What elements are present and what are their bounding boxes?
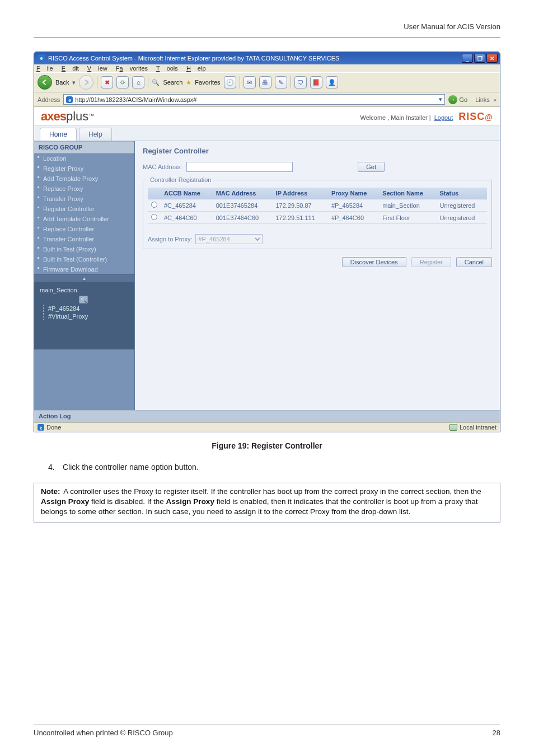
- welcome-text: Welcome , Main Installer |: [360, 114, 431, 121]
- col-section: Section Name: [379, 188, 436, 199]
- favorites-label[interactable]: Favorites: [195, 79, 220, 86]
- note-box: Note: A controller uses the Proxy to reg…: [34, 483, 500, 522]
- discover-devices-button[interactable]: Discover Devices: [342, 257, 406, 267]
- menu-edit[interactable]: Edit: [62, 65, 79, 72]
- refresh-button[interactable]: ⟳: [116, 76, 129, 88]
- register-button[interactable]: Register: [411, 257, 451, 267]
- app-logo: axesplus™: [41, 110, 94, 123]
- back-button[interactable]: [38, 75, 52, 90]
- stop-icon: ✖: [105, 79, 110, 86]
- tree-leaf-proxy-1[interactable]: #P_465284: [48, 305, 131, 312]
- address-dropdown-icon[interactable]: ▾: [439, 96, 442, 103]
- cell-mac: 001E37464C60: [213, 212, 273, 224]
- running-head: User Manual for ACIS Version: [34, 22, 500, 35]
- home-button[interactable]: ⌂: [132, 76, 144, 88]
- go-button[interactable]: → Go: [448, 95, 468, 104]
- menu-favorites[interactable]: Favorites: [116, 65, 148, 72]
- forward-button[interactable]: [79, 75, 93, 90]
- research-icon: 📕: [312, 79, 320, 86]
- row-radio[interactable]: [151, 202, 157, 208]
- mail-icon: ✉: [247, 79, 252, 86]
- cell-accb: #C_465284: [161, 199, 213, 212]
- messenger-button[interactable]: 👤: [326, 76, 338, 88]
- tab-help[interactable]: Help: [79, 128, 112, 141]
- sidebar-item-firmware-download[interactable]: Firmware Download: [34, 264, 134, 274]
- status-page-icon: [38, 424, 44, 431]
- mac-address-input[interactable]: [186, 162, 293, 172]
- assign-proxy-select[interactable]: #P_465284: [195, 234, 263, 244]
- sidebar-item-register-proxy[interactable]: Register Proxy: [34, 164, 134, 174]
- stop-button[interactable]: ✖: [101, 76, 113, 88]
- menu-tools[interactable]: Tools: [156, 65, 178, 72]
- row-radio[interactable]: [151, 214, 157, 220]
- research-button[interactable]: 📕: [310, 76, 322, 88]
- mail-button[interactable]: ✉: [243, 76, 256, 88]
- arrow-left-icon: [41, 78, 49, 86]
- sidebar-item-location[interactable]: Location: [34, 153, 134, 164]
- cancel-button[interactable]: Cancel: [456, 257, 492, 267]
- col-select: [148, 188, 161, 199]
- tree-root-label[interactable]: main_Section: [40, 287, 77, 293]
- sidebar-item-replace-controller[interactable]: Replace Controller: [34, 224, 134, 234]
- sidebar-item-transfer-controller[interactable]: Transfer Controller: [34, 234, 134, 244]
- window-restore-button[interactable]: ❐: [474, 54, 485, 63]
- edit-button[interactable]: ✎: [275, 76, 287, 88]
- sidebar-item-add-template-controller[interactable]: Add Template Controller: [34, 214, 134, 224]
- print-icon: 🖶: [262, 79, 268, 86]
- action-log-bar[interactable]: Action Log: [34, 410, 500, 422]
- sidebar-item-add-template-proxy[interactable]: Add Template Proxy: [34, 174, 134, 184]
- sidebar-item-register-controller[interactable]: Register Controller: [34, 204, 134, 214]
- window-minimize-button[interactable]: _: [462, 54, 473, 63]
- window-close-button[interactable]: ✕: [486, 54, 498, 63]
- header-rule: [34, 38, 500, 38]
- cell-section: main_Section: [379, 199, 436, 212]
- favorites-icon: ★: [186, 79, 191, 86]
- table-row[interactable]: #C_464C60 001E37464C60 172.29.51.111 #P_…: [148, 212, 487, 224]
- history-button[interactable]: 🕘: [224, 76, 236, 88]
- menu-view[interactable]: View: [87, 65, 107, 72]
- get-button[interactable]: Get: [358, 162, 385, 172]
- menu-file[interactable]: File: [36, 65, 53, 72]
- footer-left: Uncontrolled when printed © RISCO Group: [34, 729, 173, 737]
- links-chevron-icon[interactable]: »: [493, 96, 496, 103]
- sidebar-item-replace-proxy[interactable]: Replace Proxy: [34, 184, 134, 194]
- ie-address-bar: Address http://01hw182233/ACIS/MainWindo…: [34, 92, 500, 107]
- logo-tm: ™: [88, 113, 94, 119]
- logout-link[interactable]: Logout: [434, 114, 453, 121]
- col-mac: MAC Address: [213, 188, 273, 199]
- sidebar-item-transfer-proxy[interactable]: Transfer Proxy: [34, 194, 134, 204]
- cell-ip: 172.29.50.87: [272, 199, 327, 212]
- sidebar-item-bit-proxy[interactable]: Built in Test (Proxy): [34, 244, 134, 254]
- address-input[interactable]: http://01hw182233/ACIS/MainWindow.aspx# …: [63, 94, 444, 105]
- content-heading: Register Controller: [143, 147, 492, 155]
- print-button[interactable]: 🖶: [259, 76, 271, 88]
- content-pane: Register Controller MAC Address: Get Con…: [135, 141, 500, 410]
- address-value: http://01hw182233/ACIS/MainWindow.aspx#: [75, 96, 196, 103]
- ie-titlebar: RISCO Access Control System - Microsoft …: [34, 52, 500, 64]
- toolbar-separator: [148, 76, 148, 88]
- links-label[interactable]: Links: [475, 96, 490, 103]
- menu-help[interactable]: Help: [186, 65, 206, 72]
- sidebar-group-risco[interactable]: RISCO GROUP: [34, 141, 134, 153]
- search-icon: 🔍: [152, 79, 160, 86]
- messenger-icon: 👤: [328, 79, 336, 86]
- ie-menu-bar: File Edit View Favorites Tools Help: [34, 64, 500, 72]
- assign-proxy-label: Assign to Proxy:: [148, 236, 192, 242]
- address-label: Address: [38, 96, 60, 103]
- mac-address-label: MAC Address:: [143, 164, 182, 170]
- table-row[interactable]: #C_465284 001E37465284 172.29.50.87 #P_4…: [148, 199, 487, 212]
- cell-proxy: #P_464C60: [328, 212, 379, 224]
- controller-registration-fieldset: Controller Registration ACCB Name MAC Ad…: [143, 176, 492, 249]
- back-dropdown-icon[interactable]: ▾: [72, 79, 76, 86]
- search-tree-icon[interactable]: 🔍: [79, 296, 88, 304]
- tree-leaf-proxy-2[interactable]: #Virtual_Proxy: [48, 312, 131, 320]
- discuss-button[interactable]: 🗨: [294, 76, 307, 88]
- search-label[interactable]: Search: [163, 79, 182, 86]
- logo-axes: axes: [41, 109, 66, 123]
- sidebar-collapse-handle[interactable]: [34, 274, 134, 282]
- tab-home[interactable]: Home: [40, 128, 77, 141]
- cell-proxy: #P_465284: [328, 199, 379, 212]
- sidebar-item-bit-controller[interactable]: Built in Test (Controller): [34, 254, 134, 264]
- history-icon: 🕘: [226, 79, 234, 86]
- sidebar-tree: main_Section 🔍 #P_465284 #Virtual_Proxy: [34, 282, 134, 349]
